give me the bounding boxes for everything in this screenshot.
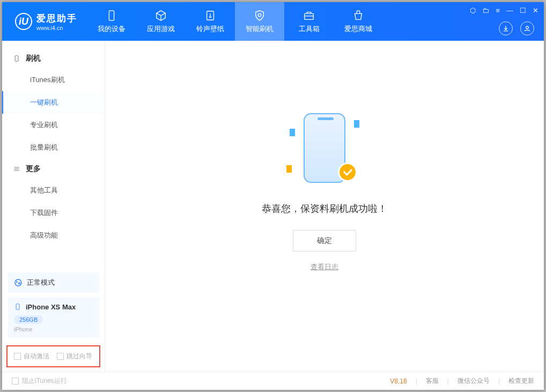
tab-my-device[interactable]: 我的设备 <box>87 2 136 41</box>
tab-label: 爱思商城 <box>344 24 372 34</box>
app-window: iU 爱思助手 www.i4.cn 我的设备 应用游戏 铃声壁纸 智能刷机 <box>2 2 544 390</box>
shield-icon <box>254 10 265 21</box>
separator: | <box>416 378 417 385</box>
app-url: www.i4.cn <box>36 25 77 31</box>
store-icon <box>352 10 364 21</box>
svg-rect-2 <box>305 13 314 19</box>
tab-store[interactable]: 爱思商城 <box>334 2 383 41</box>
success-illustration <box>284 109 365 189</box>
option-skip-wizard[interactable]: 跳过向导 <box>57 352 92 361</box>
header-actions <box>499 21 534 35</box>
option-label: 自动激活 <box>24 352 49 361</box>
tab-label: 我的设备 <box>98 24 126 34</box>
device-panel: 正常模式 iPhone XS Max 256GB iPhone <box>2 272 105 342</box>
option-label: 跳过向导 <box>67 352 92 361</box>
sidebar-item-pro-flash[interactable]: 专业刷机 <box>2 114 105 136</box>
device-name: iPhone XS Max <box>26 303 76 311</box>
sidebar-item-download-firmware[interactable]: 下载固件 <box>2 202 105 224</box>
device-name-row: iPhone XS Max <box>14 302 93 311</box>
checkbox-icon[interactable] <box>12 378 19 384</box>
wechat-link[interactable]: 微信公众号 <box>458 376 490 386</box>
block-itunes-label: 阻止iTunes运行 <box>22 376 67 386</box>
nav-group-label: 更多 <box>26 164 41 174</box>
separator: | <box>447 378 449 385</box>
svg-point-6 <box>16 281 18 283</box>
status-icon <box>14 278 23 287</box>
cube-icon <box>155 10 167 21</box>
sparkle-icon <box>290 127 294 131</box>
check-update-link[interactable]: 检查更新 <box>508 376 534 386</box>
ok-button[interactable]: 确定 <box>293 230 356 252</box>
user-button[interactable] <box>520 21 534 35</box>
success-message: 恭喜您，保资料刷机成功啦！ <box>262 202 387 215</box>
close-button[interactable]: ✕ <box>533 6 538 14</box>
sidebar-item-one-click-flash[interactable]: 一键刷机 <box>2 91 105 114</box>
top-tabs: 我的设备 应用游戏 铃声壁纸 智能刷机 工具箱 爱思商城 <box>87 2 383 41</box>
tab-apps[interactable]: 应用游戏 <box>136 2 186 41</box>
footer-right: V8.16 | 客服 | 微信公众号 | 检查更新 <box>390 376 534 386</box>
svg-rect-8 <box>16 304 19 310</box>
shirt-icon[interactable]: ⬡ <box>470 6 476 14</box>
sidebar: 刷机 iTunes刷机 一键刷机 专业刷机 批量刷机 更多 其他工具 下载固件 … <box>2 41 105 372</box>
tab-label: 铃声壁纸 <box>196 24 224 34</box>
sparkle-icon <box>286 164 291 168</box>
svg-rect-0 <box>109 10 114 20</box>
logo-icon: iU <box>15 13 32 30</box>
toolbox-icon <box>303 10 315 21</box>
logo-text: 爱思助手 www.i4.cn <box>36 12 77 31</box>
music-icon <box>204 10 216 21</box>
phone-icon <box>13 55 20 62</box>
device-mode-label: 正常模式 <box>27 278 55 287</box>
option-auto-activate[interactable]: 自动激活 <box>14 352 49 361</box>
sparkle-icon <box>354 119 358 123</box>
tab-toolbox[interactable]: 工具箱 <box>284 2 334 41</box>
checkbox-icon[interactable] <box>14 353 21 360</box>
menu-icon[interactable]: ≡ <box>496 6 500 14</box>
header: iU 爱思助手 www.i4.cn 我的设备 应用游戏 铃声壁纸 智能刷机 <box>2 2 544 41</box>
footer: 阻止iTunes运行 V8.16 | 客服 | 微信公众号 | 检查更新 <box>2 372 544 390</box>
sidebar-item-other-tools[interactable]: 其他工具 <box>2 179 105 202</box>
version-label: V8.16 <box>390 378 407 385</box>
device-storage-badge: 256GB <box>14 315 43 324</box>
tab-ringtones[interactable]: 铃声壁纸 <box>186 2 235 41</box>
svg-rect-4 <box>15 56 18 62</box>
download-button[interactable] <box>499 21 513 35</box>
options-highlight: 自动激活 跳过向导 <box>6 345 100 367</box>
tab-label: 工具箱 <box>299 24 320 34</box>
block-itunes-option[interactable]: 阻止iTunes运行 <box>12 376 67 386</box>
maximize-button[interactable]: ☐ <box>520 6 526 14</box>
tab-label: 应用游戏 <box>147 24 175 34</box>
tab-label: 智能刷机 <box>246 24 274 34</box>
phone-icon <box>14 302 21 311</box>
support-link[interactable]: 客服 <box>426 376 439 386</box>
checkbox-icon[interactable] <box>57 353 64 360</box>
lock-icon[interactable]: 🗀 <box>482 6 489 14</box>
app-name: 爱思助手 <box>36 12 77 25</box>
nav-group-flash[interactable]: 刷机 <box>2 48 105 69</box>
separator: | <box>498 378 500 385</box>
body: 刷机 iTunes刷机 一键刷机 专业刷机 批量刷机 更多 其他工具 下载固件 … <box>2 41 544 372</box>
view-log-link[interactable]: 查看日志 <box>311 262 338 272</box>
device-mode-button[interactable]: 正常模式 <box>8 272 99 293</box>
nav-group-label: 刷机 <box>26 54 41 63</box>
main-content: 恭喜您，保资料刷机成功啦！ 确定 查看日志 <box>105 41 544 372</box>
sidebar-item-advanced[interactable]: 高级功能 <box>2 224 105 247</box>
device-card[interactable]: iPhone XS Max 256GB iPhone <box>8 297 99 338</box>
sidebar-item-batch-flash[interactable]: 批量刷机 <box>2 136 105 159</box>
minimize-button[interactable]: — <box>506 6 513 14</box>
sidebar-item-itunes-flash[interactable]: iTunes刷机 <box>2 69 105 91</box>
device-icon <box>106 10 117 21</box>
svg-point-7 <box>19 283 20 284</box>
logo[interactable]: iU 爱思助手 www.i4.cn <box>2 12 87 31</box>
nav-group-more[interactable]: 更多 <box>2 159 105 179</box>
tab-flash[interactable]: 智能刷机 <box>235 2 284 41</box>
svg-point-3 <box>526 26 529 29</box>
svg-point-5 <box>15 279 21 286</box>
window-controls: ⬡ 🗀 ≡ — ☐ ✕ <box>470 6 538 14</box>
device-type: iPhone <box>14 326 93 332</box>
list-icon <box>13 165 20 173</box>
checkmark-badge-icon <box>338 162 357 182</box>
sidebar-nav: 刷机 iTunes刷机 一键刷机 专业刷机 批量刷机 更多 其他工具 下载固件 … <box>2 41 105 272</box>
